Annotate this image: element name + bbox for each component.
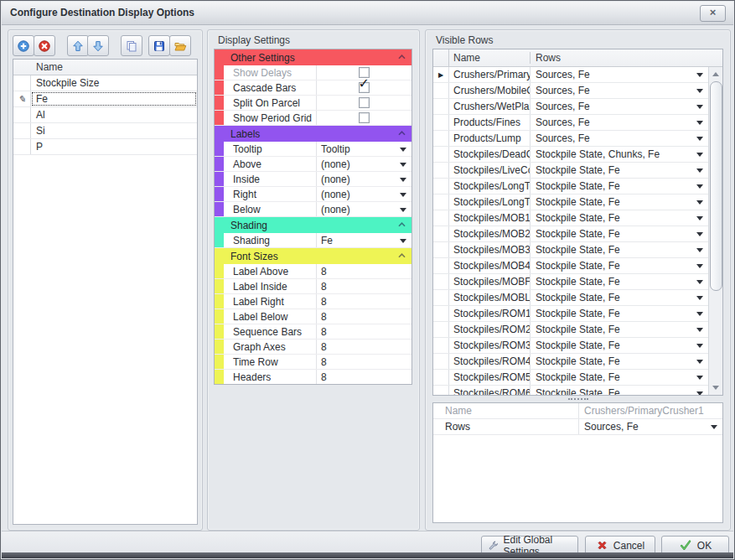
- list-item[interactable]: Stockpile Size: [13, 75, 197, 91]
- visible-rows-header[interactable]: Name Rows: [433, 49, 722, 67]
- headers-size-field[interactable]: 8: [316, 370, 411, 384]
- table-row[interactable]: Stockpiles/ROM1 Stockpile State, Fe: [433, 306, 722, 322]
- rows-dropdown[interactable]: Stockpile State, Fe: [531, 386, 708, 396]
- table-row[interactable]: Stockpiles/ROM6 Stockpile State, Fe: [433, 386, 722, 396]
- table-row[interactable]: Stockpiles/ROM5 Stockpile State, Fe: [433, 370, 722, 386]
- setting-row: Label Below 8: [215, 309, 411, 324]
- delete-button[interactable]: [34, 35, 55, 56]
- splitter-handle[interactable]: [432, 396, 723, 402]
- section-header-font-sizes[interactable]: Font Sizes: [215, 248, 411, 264]
- dropdown-arrow-icon: [696, 328, 703, 332]
- list-item[interactable]: P: [13, 139, 197, 155]
- section-header-shading[interactable]: Shading: [215, 217, 411, 233]
- table-row[interactable]: Stockpiles/LongTe... Stockpile State, Fe: [433, 179, 722, 194]
- collapse-chevron-icon[interactable]: [398, 131, 406, 136]
- cascade-bars-checkbox[interactable]: ✓: [316, 80, 411, 95]
- table-row[interactable]: Stockpiles/MOB3 Stockpile State, Fe: [433, 242, 722, 258]
- save-button[interactable]: [148, 35, 170, 56]
- rows-dropdown[interactable]: Sources, Fe: [531, 131, 708, 146]
- rows-dropdown[interactable]: Stockpile State, Fe: [531, 242, 708, 257]
- section-header-other-settings[interactable]: Other Settings: [215, 49, 411, 65]
- open-button[interactable]: [169, 35, 191, 56]
- table-row[interactable]: Stockpiles/MOBFin... Stockpile State, Fe: [433, 274, 722, 290]
- label-inside-size-field[interactable]: 8: [316, 279, 411, 293]
- show-period-grid-checkbox[interactable]: [316, 111, 411, 125]
- rows-dropdown[interactable]: Stockpile State, Fe: [531, 338, 708, 353]
- rows-dropdown[interactable]: Stockpile State, Fe: [531, 290, 708, 305]
- collapse-chevron-icon[interactable]: [398, 253, 406, 258]
- rows-dropdown[interactable]: Stockpile State, Fe: [531, 354, 708, 369]
- rows-dropdown[interactable]: Sources, Fe: [531, 99, 708, 114]
- below-dropdown[interactable]: (none): [316, 202, 411, 216]
- scrollbar-thumb[interactable]: [710, 81, 722, 291]
- setting-row: Label Right 8: [215, 294, 411, 309]
- split-on-parcel-checkbox[interactable]: [316, 96, 411, 110]
- rows-dropdown[interactable]: Stockpile State, Fe: [531, 322, 708, 337]
- time-row-size-field[interactable]: 8: [316, 355, 411, 369]
- table-row[interactable]: Stockpiles/ROM4 Stockpile State, Fe: [433, 354, 722, 370]
- table-row[interactable]: Stockpiles/MOB4 Stockpile State, Fe: [433, 258, 722, 274]
- table-row[interactable]: Stockpiles/DeadC... Stockpile State, Chu…: [433, 147, 722, 163]
- above-dropdown[interactable]: (none): [316, 157, 411, 171]
- label-right-size-field[interactable]: 8: [316, 294, 411, 309]
- close-button[interactable]: ×: [700, 5, 726, 22]
- rows-dropdown[interactable]: Sources, Fe: [531, 67, 708, 82]
- graph-axes-size-field[interactable]: 8: [316, 340, 411, 354]
- dropdown-arrow-icon: [696, 121, 703, 125]
- move-down-button[interactable]: [87, 35, 109, 56]
- setting-row: Shading Fe: [215, 233, 411, 248]
- table-row[interactable]: Crushers/MobileCr... Sources, Fe: [433, 83, 722, 99]
- label-below-size-field[interactable]: 8: [316, 309, 411, 324]
- setting-row: Sequence Bars 8: [215, 324, 411, 340]
- sequence-bars-size-field[interactable]: 8: [316, 324, 411, 339]
- table-row[interactable]: Stockpiles/LiveCo... Stockpile State, Fe: [433, 163, 722, 179]
- add-button[interactable]: [13, 35, 34, 56]
- fields-list-header[interactable]: Name: [13, 60, 197, 75]
- rows-dropdown[interactable]: Stockpile State, Fe: [531, 210, 708, 226]
- detail-rows-dropdown[interactable]: Sources, Fe: [579, 419, 722, 434]
- dropdown-arrow-icon: [696, 73, 703, 77]
- rows-dropdown[interactable]: Stockpile State, Fe: [531, 179, 708, 194]
- label-above-size-field[interactable]: 8: [316, 264, 411, 278]
- rows-dropdown[interactable]: Stockpile State, Fe: [531, 274, 708, 289]
- table-row[interactable]: Products/Lump Sources, Fe: [433, 131, 722, 147]
- table-row[interactable]: ▶ Crushers/Primary... Sources, Fe: [433, 67, 722, 83]
- table-row[interactable]: Stockpiles/MOB1 Stockpile State, Fe: [433, 210, 722, 226]
- scroll-up-icon[interactable]: [712, 72, 719, 76]
- visible-rows-table: Name Rows ▶ Crushers/Primary... Sources,…: [432, 49, 723, 396]
- dropdown-arrow-icon: [696, 248, 703, 252]
- rows-dropdown[interactable]: Stockpile State, Fe: [531, 194, 708, 210]
- table-row[interactable]: Stockpiles/MOBLu... Stockpile State, Fe: [433, 290, 722, 306]
- rows-dropdown[interactable]: Sources, Fe: [531, 115, 708, 130]
- setting-row: Cascade Bars ✓: [215, 80, 411, 96]
- table-row[interactable]: Stockpiles/ROM2 Stockpile State, Fe: [433, 322, 722, 338]
- table-row[interactable]: Stockpiles/LongTe... Stockpile State, Fe: [433, 194, 722, 210]
- list-item-selected[interactable]: ✎ Fe: [13, 91, 197, 107]
- move-up-button[interactable]: [67, 35, 89, 56]
- dropdown-arrow-icon: [696, 200, 703, 205]
- rows-dropdown[interactable]: Stockpile State, Fe: [531, 370, 708, 385]
- rows-dropdown[interactable]: Stockpile State, Fe: [531, 226, 708, 241]
- table-row[interactable]: Crushers/WetPlant Sources, Fe: [433, 99, 722, 115]
- tooltip-dropdown[interactable]: Tooltip: [316, 142, 411, 156]
- list-item[interactable]: Al: [13, 107, 197, 123]
- rows-dropdown[interactable]: Sources, Fe: [531, 83, 708, 98]
- save-icon: [153, 39, 166, 53]
- copy-button[interactable]: [121, 35, 142, 56]
- rows-dropdown[interactable]: Stockpile State, Fe: [531, 163, 708, 178]
- shading-dropdown[interactable]: Fe: [316, 233, 411, 247]
- rows-dropdown[interactable]: Stockpile State, Fe: [531, 306, 708, 321]
- table-row[interactable]: Stockpiles/MOB2 Stockpile State, Fe: [433, 226, 722, 242]
- table-row[interactable]: Products/Fines Sources, Fe: [433, 115, 722, 131]
- scroll-down-icon[interactable]: [712, 386, 719, 390]
- list-item[interactable]: Si: [13, 123, 197, 139]
- vertical-scrollbar[interactable]: [708, 67, 722, 395]
- collapse-chevron-icon[interactable]: [398, 54, 406, 60]
- rows-dropdown[interactable]: Stockpile State, Chunks, Fe: [531, 147, 708, 162]
- collapse-chevron-icon[interactable]: [398, 222, 406, 227]
- rows-dropdown[interactable]: Stockpile State, Fe: [531, 258, 708, 273]
- section-header-labels[interactable]: Labels: [215, 126, 411, 142]
- table-row[interactable]: Stockpiles/ROM3 Stockpile State, Fe: [433, 338, 722, 354]
- right-dropdown[interactable]: (none): [316, 187, 411, 201]
- inside-dropdown[interactable]: (none): [316, 172, 411, 186]
